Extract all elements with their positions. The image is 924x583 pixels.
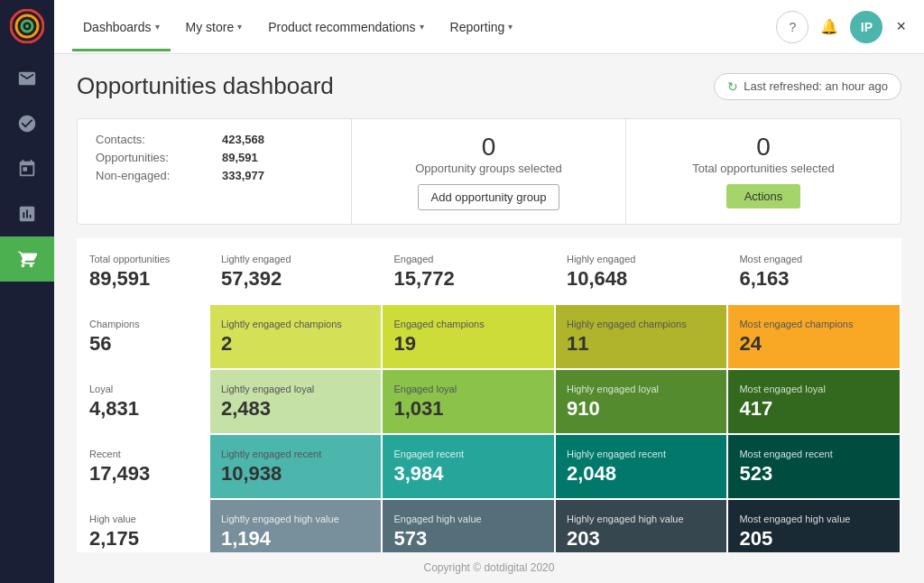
refresh-icon: ↻ [727,79,738,94]
most-engaged-high-value[interactable]: Most engaged high value 205 [728,500,900,552]
page-content: Opportunities dashboard ↻ Last refreshed… [54,54,924,552]
actions-button[interactable]: Actions [726,184,801,208]
opportunities-stat: Opportunities: 89,591 [96,151,333,164]
chevron-down-icon: ▾ [237,22,242,32]
total-row: Total opportunities 89,591 Lightly engag… [78,239,901,304]
summary-cards: Contacts: 423,568 Opportunities: 89,591 … [77,118,901,225]
high-value-row-header: High value 2,175 [79,500,208,552]
total-opp-count: 0 [644,133,882,162]
main-area: Dashboards ▾ My store ▾ Product recommen… [54,0,924,583]
champions-row: Champions 56 Lightly engaged champions 2… [78,304,901,369]
nav-reporting[interactable]: Reporting ▾ [439,13,524,42]
top-navigation: Dashboards ▾ My store ▾ Product recommen… [54,0,924,54]
total-row-header: Total opportunities 89,591 [79,240,208,303]
engaged-recent[interactable]: Engaged recent 3,984 [383,435,554,498]
chevron-down-icon: ▾ [420,22,424,32]
summary-stats-card: Contacts: 423,568 Opportunities: 89,591 … [78,119,352,224]
loyal-row: Loyal 4,831 Lightly engaged loyal 2,483 … [78,369,901,434]
most-engaged-champions[interactable]: Most engaged champions 24 [728,305,900,368]
svg-point-3 [25,24,29,28]
high-value-row: High value 2,175 Lightly engaged high va… [78,499,901,552]
recent-row-header: Recent 17,493 [79,435,208,498]
refresh-button[interactable]: ↻ Last refreshed: an hour ago [714,73,901,100]
opp-groups-count: 0 [370,133,607,162]
nav-mystore[interactable]: My store ▾ [175,13,254,42]
nav-dashboards[interactable]: Dashboards ▾ [72,13,171,42]
lightly-engaged-recent[interactable]: Lightly engaged recent 10,938 [210,435,382,498]
most-engaged-total[interactable]: Most engaged 6,163 [728,240,900,303]
help-button[interactable]: ? [776,11,808,43]
page-footer: Copyright © dotdigital 2020 [54,552,924,583]
sidebar-item-template[interactable] [0,191,54,236]
user-avatar[interactable]: IP [850,11,882,43]
logo[interactable] [10,9,44,47]
highly-engaged-recent[interactable]: Highly engaged recent 2,048 [556,435,727,498]
close-button[interactable]: × [896,17,906,36]
most-engaged-loyal[interactable]: Most engaged loyal 417 [728,370,900,433]
page-title: Opportunities dashboard [77,72,334,100]
contacts-stat: Contacts: 423,568 [96,133,333,146]
opportunity-groups-card: 0 Opportunity groups selected Add opport… [352,119,626,224]
engaged-total[interactable]: Engaged 15,772 [383,240,554,303]
sidebar-item-mail[interactable] [0,56,54,101]
notifications-button[interactable]: 🔔 [813,11,845,43]
nav-product-recommendations[interactable]: Product recommendations ▾ [257,13,434,42]
non-engaged-stat: Non-engaged: 333,977 [96,169,333,182]
add-opportunity-group-button[interactable]: Add opportunity group [418,184,560,210]
engaged-loyal[interactable]: Engaged loyal 1,031 [383,370,554,433]
highly-engaged-champions[interactable]: Highly engaged champions 11 [556,305,727,368]
engaged-high-value[interactable]: Engaged high value 573 [383,500,554,552]
opportunities-grid: Total opportunities 89,591 Lightly engag… [77,238,901,552]
chevron-down-icon: ▾ [508,22,513,32]
chevron-down-icon: ▾ [155,22,160,32]
page-header: Opportunities dashboard ↻ Last refreshed… [77,72,901,100]
lightly-engaged-total[interactable]: Lightly engaged 57,392 [210,240,382,303]
highly-engaged-total[interactable]: Highly engaged 10,648 [556,240,727,303]
sidebar-item-ecommerce[interactable] [0,236,54,282]
highly-engaged-high-value[interactable]: Highly engaged high value 203 [556,500,727,552]
most-engaged-recent[interactable]: Most engaged recent 523 [728,435,900,498]
sidebar-item-calendar[interactable] [0,146,54,191]
lightly-engaged-high-value[interactable]: Lightly engaged high value 1,194 [210,500,382,552]
sidebar-item-segment[interactable] [0,101,54,146]
loyal-row-header: Loyal 4,831 [79,370,208,433]
recent-row: Recent 17,493 Lightly engaged recent 10,… [78,434,901,499]
lightly-engaged-champions[interactable]: Lightly engaged champions 2 [210,305,382,368]
sidebar [0,0,54,583]
total-opportunities-card: 0 Total opportunities selected Actions [626,119,901,224]
total-opp-label: Total opportunities selected [644,162,882,175]
opp-groups-label: Opportunity groups selected [370,162,607,175]
lightly-engaged-loyal[interactable]: Lightly engaged loyal 2,483 [210,370,382,433]
highly-engaged-loyal[interactable]: Highly engaged loyal 910 [556,370,727,433]
engaged-champions[interactable]: Engaged champions 19 [383,305,554,368]
champions-row-header: Champions 56 [79,305,208,368]
